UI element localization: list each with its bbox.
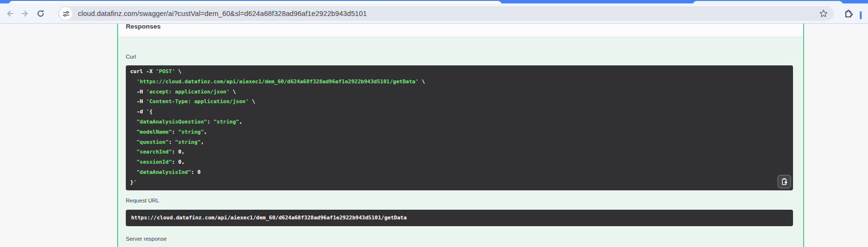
copy-to-clipboard-icon xyxy=(780,178,788,185)
bookmark-button[interactable] xyxy=(819,9,828,18)
tab-strip xyxy=(0,0,868,3)
url-input[interactable]: cloud.datafinz.com/swagger/ai?custVal=de… xyxy=(78,10,819,17)
responses-title: Responses xyxy=(126,24,803,30)
screen: cloud.datafinz.com/swagger/ai?custVal=de… xyxy=(0,0,868,247)
side-panel-button[interactable] xyxy=(860,11,862,19)
extensions-button[interactable] xyxy=(844,9,853,20)
curl-label: Curl xyxy=(126,54,793,60)
curl-code: curl -X 'POST' \ 'https://cloud.datafinz… xyxy=(126,65,793,190)
swagger-page: Responses Curl curl -X 'POST' \ 'https:/… xyxy=(0,24,868,247)
star-outline-icon xyxy=(819,9,828,18)
forward-arrow-icon xyxy=(21,9,30,18)
site-info-button[interactable] xyxy=(60,7,72,20)
tune-sliders-icon xyxy=(62,10,70,17)
browser-toolbar: cloud.datafinz.com/swagger/ai?custVal=de… xyxy=(0,3,868,24)
server-response-label: Server response xyxy=(126,236,793,242)
puzzle-piece-icon xyxy=(844,9,853,18)
request-url-value: https://cloud.datafinz.com/api/aiexec1/d… xyxy=(126,210,793,226)
post-opblock: Responses Curl curl -X 'POST' \ 'https:/… xyxy=(117,24,804,247)
url-bar[interactable]: cloud.datafinz.com/swagger/ai?custVal=de… xyxy=(58,6,834,21)
reload-button[interactable] xyxy=(36,9,45,18)
responses-section-header: Responses xyxy=(118,24,803,37)
browser-chrome: cloud.datafinz.com/swagger/ai?custVal=de… xyxy=(0,0,868,24)
back-arrow-icon xyxy=(5,9,14,18)
forward-button[interactable] xyxy=(20,9,30,18)
curl-command-wrap: curl -X 'POST' \ 'https://cloud.datafinz… xyxy=(126,65,793,190)
responses-section-body: Curl curl -X 'POST' \ 'https://cloud.dat… xyxy=(118,37,803,242)
request-url-label: Request URL xyxy=(126,198,793,203)
reload-icon xyxy=(36,9,45,18)
copy-to-clipboard-button[interactable] xyxy=(778,175,791,188)
back-button[interactable] xyxy=(5,9,15,18)
